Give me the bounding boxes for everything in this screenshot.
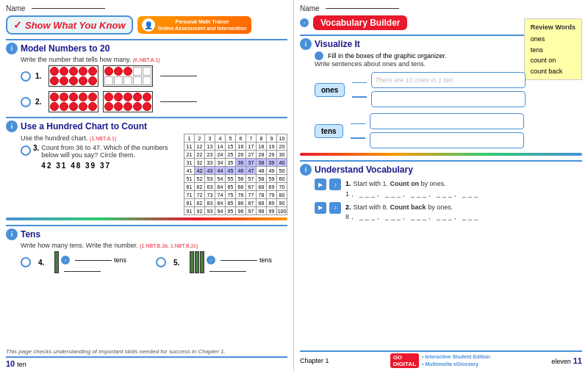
- vocab-banner: Vocabulary Builder: [313, 15, 407, 30]
- count-on-bold: Count on: [390, 180, 420, 187]
- item5-answer[interactable]: [220, 260, 257, 261]
- count-back-bold: Count back: [390, 203, 426, 211]
- header-right: ♪ Vocabulary Builder Review Words ones t…: [300, 15, 582, 30]
- chapter-label: Chapter 1: [300, 357, 329, 364]
- page-word-right: eleven: [551, 358, 571, 365]
- header-left: ✓ Show What You Know 👤 Personal Math Tra…: [6, 15, 287, 35]
- sample-text: There are 10 ones in 1 ten.: [375, 76, 454, 84]
- tens-bars-4: [54, 251, 59, 273]
- item2-label: 2.: [35, 98, 44, 106]
- org-box-tens-1[interactable]: [370, 113, 524, 129]
- item1-label: 1.: [35, 72, 44, 80]
- understand-title: Understand Vocabulary: [315, 165, 413, 175]
- personal-trainer-box: 👤 Personal Math Trainer Online Assessmen…: [137, 16, 251, 34]
- item5-bullet: [156, 257, 166, 267]
- graphic-organizer: ones There are 10 ones in 1 ten.: [315, 72, 567, 148]
- tens-section: 4. ♪ tens 5.: [21, 251, 287, 273]
- review-words-box: Review Words ones tens count on count ba…: [524, 18, 582, 80]
- q1-audio-icon: ♪: [329, 179, 341, 190]
- item3-container: 3. Count from 36 to 47. Which of the num…: [21, 144, 178, 170]
- ten-frame-1b: [103, 65, 153, 87]
- page-num-left: 10: [6, 359, 15, 368]
- name-label-left: Name: [6, 4, 26, 12]
- page-num-right: 11: [573, 356, 582, 365]
- org-box-ones-1[interactable]: There are 10 ones in 1 ten.: [371, 72, 526, 88]
- q1-media-icon: ▶: [315, 179, 326, 190]
- item2-answer[interactable]: [160, 101, 197, 102]
- speaker-vocab-icon: ♪: [300, 18, 309, 27]
- ten-frame-1a: [49, 65, 98, 87]
- trainer-logo: 👤: [142, 18, 155, 32]
- q1-num: 1.: [345, 180, 351, 187]
- section3-icon: i: [6, 228, 18, 240]
- name-line-left: Name: [6, 4, 287, 12]
- section1-icon: i: [6, 43, 18, 54]
- speaker4-icon: ♪: [61, 256, 70, 264]
- go-digital-logo: GODIGITAL: [390, 353, 419, 368]
- conn3: [351, 123, 365, 125]
- divider-bar-right: [300, 153, 582, 156]
- show-what-title: Show What You Know: [25, 20, 126, 31]
- item3-label: 3.: [33, 144, 39, 152]
- tens-boxes: [370, 113, 524, 148]
- section2-standard: (1.NBT.A.1): [90, 136, 116, 141]
- item5-num-answer[interactable]: [209, 271, 246, 272]
- footer-bottom-right: Chapter 1 GODIGITAL • Interactive Studen…: [300, 350, 582, 368]
- page-word-left: ten: [17, 361, 26, 368]
- item5-tens-label: tens: [259, 256, 272, 264]
- section1-title: Model Numbers to 20: [21, 43, 110, 54]
- name-line-right: Name: [300, 4, 582, 12]
- tens-row: 4. ♪ tens 5.: [21, 251, 287, 273]
- ten-frames-area: 1. 2.: [21, 65, 287, 112]
- q2-media-icon: ▶: [315, 202, 326, 214]
- digital-line1: • Interactive Student Edition: [422, 353, 490, 361]
- vis-bullet-icon: [315, 51, 323, 60]
- visualize-icon: i: [300, 38, 312, 50]
- review-word-tens: tens: [531, 45, 576, 55]
- show-what-banner: ✓ Show What You Know: [6, 15, 133, 35]
- item1-answer[interactable]: [160, 76, 197, 76]
- page-num-right-container: eleven 11: [551, 356, 582, 365]
- item4-tens-label: tens: [114, 256, 126, 264]
- item4-tens: ♪ tens: [54, 251, 126, 273]
- hundred-chart: 12345678910 11121314151617181920 2122232…: [184, 134, 287, 215]
- org-tens-node: tens: [315, 124, 343, 138]
- org-box-ones-2[interactable]: [371, 91, 526, 107]
- section2-title: Use a Hundred Chart to Count: [21, 121, 147, 132]
- org-ones-node: ones: [315, 83, 345, 97]
- header-right-inner: ♪ Vocabulary Builder: [300, 15, 407, 30]
- review-word-count-on: count on: [531, 55, 576, 65]
- footer-left: This page checks understanding of import…: [6, 348, 287, 368]
- item4-bullet: [21, 257, 31, 267]
- chart-section: Use the hundred chart. (1.NBT.A.1) 3. Co…: [21, 134, 287, 215]
- q2-audio-icon: ♪: [329, 202, 341, 214]
- item4-answer[interactable]: [75, 260, 112, 261]
- footer-right: Chapter 1 GODIGITAL • Interactive Studen…: [300, 350, 582, 368]
- ten-frame-2a: [49, 91, 98, 112]
- item4-num-answer[interactable]: [64, 271, 101, 272]
- conn4: [351, 126, 365, 139]
- speaker5-icon: ♪: [207, 256, 215, 264]
- section1-instruction: Write the number that tells how many. (K…: [21, 56, 287, 63]
- item3-bullet: [21, 145, 31, 156]
- item1-row: 1.: [21, 65, 287, 87]
- section1-header: i Model Numbers to 20: [6, 39, 287, 54]
- conn1: [352, 82, 367, 84]
- digital-line2: • Multimedia eGlossary: [422, 361, 490, 368]
- conn2: [352, 85, 367, 98]
- tens-bars-5: [190, 251, 204, 273]
- item5-tens: ♪ tens: [190, 251, 272, 273]
- checkmark-icon: ✓: [13, 19, 22, 31]
- understand-header: i Understand Vocabulary: [300, 160, 582, 176]
- review-words-title: Review Words: [531, 22, 576, 32]
- person-icon: 👤: [144, 21, 153, 30]
- tens-connectors: [351, 123, 365, 139]
- name-label-right: Name: [300, 4, 320, 12]
- q2-icons: ▶ ♪: [315, 202, 343, 214]
- q1-answer[interactable]: 1, ___, ___, ___, ___, ___: [345, 190, 480, 198]
- org-box-tens-2[interactable]: [370, 132, 524, 148]
- section3-header: i Tens: [6, 225, 287, 240]
- q2-answer[interactable]: 8, ___, ___, ___, ___, ___: [345, 213, 480, 220]
- footer-bottom-left: 10 ten: [6, 356, 287, 368]
- org-tens-row: tens: [315, 113, 567, 148]
